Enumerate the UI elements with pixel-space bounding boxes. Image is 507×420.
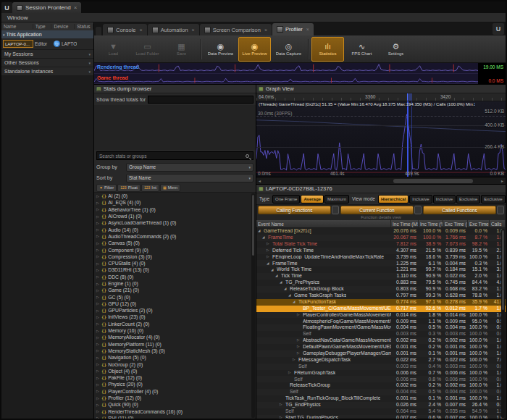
stat-group-gpu-12-0[interactable]: ▷{}GPU (12) (0): [94, 301, 256, 307]
collapsed-arrow-icon[interactable]: ▷: [96, 362, 100, 366]
tab-console[interactable]: Console×: [103, 24, 147, 35]
collapsed-arrow-icon[interactable]: ▷: [297, 345, 301, 349]
rendering-thread-graph[interactable]: Rendering thread: [94, 63, 506, 74]
collapsed-arrow-icon[interactable]: ▷: [96, 301, 100, 306]
tab-automation[interactable]: Automation×: [148, 24, 199, 35]
expanded-arrow-icon[interactable]: ◢: [262, 236, 267, 240]
collapsed-arrow-icon[interactable]: ▷: [96, 234, 100, 238]
profiler-row-game-taskgraph-tasks[interactable]: ◢Game TaskGraph Tasks0.797 ms99.3 %0.628…: [256, 293, 506, 299]
column-event-name[interactable]: Event Name: [256, 220, 391, 227]
load-button[interactable]: ▼Load: [97, 37, 130, 62]
data-capture-button[interactable]: ◎Data Capture: [272, 37, 305, 62]
titlebar[interactable]: U Session Frontend ×: [1, 1, 506, 13]
collapsed-arrow-icon[interactable]: ▷: [280, 403, 284, 407]
expanded-arrow-icon[interactable]: ◢: [267, 262, 271, 266]
filter-int-button[interactable]: 123Int: [141, 184, 159, 192]
profiler-row-abstractnavdata-game-massmovemen[interactable]: ▷AbstractNavData/Game/MassMovement/UEDPI…: [256, 337, 506, 344]
collapsed-arrow-icon[interactable]: ▷: [96, 335, 100, 340]
session-name-badge[interactable]: LAPTOP-0...: [3, 40, 33, 48]
close-tab-icon[interactable]: ×: [140, 28, 143, 33]
current-function-pin-button[interactable]: [414, 206, 422, 214]
profiler-row-deferred-tick-time[interactable]: ▷Deferred Tick Time4.307 ms21.5 %0.839 m…: [256, 248, 506, 254]
collapsed-arrow-icon[interactable]: ▷: [96, 295, 100, 299]
stat-group-renderthreadcommands-16-0[interactable]: ▷{}RenderThreadCommands (16) (0): [94, 408, 256, 415]
collapsed-arrow-icon[interactable]: ▷: [96, 342, 100, 346]
session-col-device[interactable]: Device: [51, 24, 75, 29]
tab-profiler[interactable]: Profiler×: [272, 23, 314, 35]
stat-tree-scrollbar[interactable]: [251, 193, 255, 418]
expanded-arrow-icon[interactable]: ◢: [271, 269, 275, 272]
type-one-frame-button[interactable]: One Frame: [272, 195, 300, 203]
profiler-row-self[interactable]: Self0.064 ms5.4 %0.035 ms54.9 %1.5: [256, 408, 506, 415]
stat-group-audio-14-0[interactable]: ▷{}Audio (14) (0): [94, 226, 256, 232]
stat-group-d3d11rhi-13-0[interactable]: ▷{}D3D11RHI (13) (0): [94, 266, 256, 273]
expanded-arrow-icon[interactable]: ◢: [280, 281, 284, 285]
thread-totals-input[interactable]: [148, 96, 254, 104]
window-tab-session-frontend[interactable]: Session Frontend ×: [12, 2, 81, 13]
stat-group-canvas-5-0[interactable]: ▷{}Canvas (5) (0): [94, 240, 256, 246]
type-average-button[interactable]: Average: [301, 195, 323, 203]
session-col-name[interactable]: Name: [1, 24, 33, 29]
stat-group-initviews-23-0[interactable]: ▷{}InitViews (23) (0): [94, 314, 256, 320]
profiler-row-fengineloop-updatetimeandhandlem[interactable]: ▷FEngineLoop_UpdateTimeAndHandleMaxTickR…: [256, 254, 506, 261]
session-this-application[interactable]: ▾ This Application: [1, 30, 93, 38]
stat-group-cpustalls-4-0[interactable]: ▷{}CPUStalls (4) (0): [94, 260, 256, 266]
data-preview-button[interactable]: ◉Data Preview: [204, 37, 237, 62]
expanded-arrow-icon[interactable]: ◢: [293, 301, 297, 304]
profiler-row-self[interactable]: Self0.004 ms0.5 %0.004 ms100.0 %0.0: [256, 389, 506, 395]
collapsed-arrow-icon[interactable]: ▷: [280, 416, 284, 419]
stat-group-ai-eqs-4-0[interactable]: ▷{}AI_EQS (4) (0): [94, 199, 256, 206]
collapsed-arrow-icon[interactable]: ▷: [297, 314, 301, 317]
stat-group-memoryplatform-11-0[interactable]: ▷{}MemoryPlatform (11) (0): [94, 341, 256, 348]
stat-group-navigation-5-0[interactable]: ▷{}Navigation (5) (0): [94, 354, 256, 361]
scrollbar-thumb[interactable]: [502, 230, 504, 310]
graph-cursor-line[interactable]: [407, 101, 408, 177]
stat-group-component-9-0[interactable]: ▷{}Component (9) (0): [94, 246, 256, 253]
collapsed-arrow-icon[interactable]: ▷: [96, 282, 100, 286]
column-inc-time-ms[interactable]: Inc Time (MS: [391, 220, 419, 227]
session-group-my-sessions[interactable]: My Sessions▾: [1, 50, 93, 59]
stat-group-memory-16-0[interactable]: ▷{}Memory (16) (0): [94, 327, 256, 334]
profiler-row-frametime[interactable]: ◢FrameTime20.067 ms100.0 %1.766 ms8.7 %1…: [256, 235, 506, 241]
stat-group-gc-5-0[interactable]: ▷{}GC (5) (0): [94, 293, 256, 300]
game-thread-graph[interactable]: Game thread: [94, 74, 506, 85]
collapsed-arrow-icon[interactable]: ▷: [96, 207, 100, 211]
graph-horizontal-scrollbar[interactable]: ◂ ▸: [256, 177, 506, 184]
view-exclusive-button[interactable]: Exclusive: [481, 195, 505, 203]
collapsed-arrow-icon[interactable]: ▷: [267, 256, 271, 259]
collapsed-arrow-icon[interactable]: ▷: [96, 248, 100, 252]
stat-group-object-4-0[interactable]: ▷{}Object (4) (0): [94, 368, 256, 374]
collapsed-arrow-icon[interactable]: ▷: [96, 308, 100, 313]
close-tab-icon[interactable]: ×: [306, 27, 309, 32]
scrollbar-thumb[interactable]: [393, 179, 473, 183]
calling-functions-header[interactable]: Calling Functions: [258, 206, 331, 214]
stat-group-gpuparticles-2-0[interactable]: ▷{}GPUParticles (2) (0): [94, 307, 256, 314]
collapsed-arrow-icon[interactable]: ▷: [96, 268, 100, 272]
profiler-row-playercontroller-game-massmoveme[interactable]: ▷PlayerController/Game/MassMovement/UEDP…: [256, 312, 506, 319]
search-input[interactable]: Search stats or groups: [96, 151, 254, 160]
profiler-row-self[interactable]: Self0.003 ms0.3 %0.003 ms100.0 %0.0: [256, 331, 506, 337]
stat-group-audiothreadcommands-2-0[interactable]: ▷{}AudioThreadCommands (2) (0): [94, 233, 256, 240]
settings-button[interactable]: ⚙Settings: [380, 37, 412, 62]
session-group-other-sessions[interactable]: Other Sessions▾: [1, 59, 93, 67]
filter-float-button[interactable]: 123Float: [117, 184, 141, 192]
view-exclusive-button[interactable]: Exclusive: [456, 195, 480, 203]
session-group-standalone-instances[interactable]: Standalone Instances▾: [1, 67, 93, 76]
collapsed-arrow-icon[interactable]: ▷: [297, 352, 301, 356]
profiler-row-atmosphericfog-game-massmovement[interactable]: AtmosphericFog/Game/MassMovement/UEDPIE_…: [256, 318, 506, 324]
profiler-row-fmessagedispatchtask[interactable]: ▷FMessageDispatchTask0.022 ms2.7 %0.022 …: [256, 357, 506, 364]
profiler-row-frametime[interactable]: ◢FrameTime1.225 ms6.1 %0.004 ms0.3 %1.0: [256, 260, 506, 266]
collapsed-arrow-icon[interactable]: ▷: [96, 274, 100, 279]
profiler-row-tickfunctiontask[interactable]: ◢TickFunctionTask0.774 ms97.1 %0.278 ms3…: [256, 299, 506, 306]
profiler-row-releasetickgroup-block[interactable]: ◢ReleaseTickGroup Block0.803 ms90.9 %0.6…: [256, 286, 506, 293]
tab-well-stub[interactable]: [96, 27, 101, 35]
load-folder-button[interactable]: ▭Load Folder: [131, 37, 164, 62]
session-col-status[interactable]: Status: [75, 24, 93, 29]
profiler-row-total-slate-tick-time[interactable]: ▷Total Slate Tick Time7.812 ms38.9 %7.67…: [256, 241, 506, 248]
expanded-arrow-icon[interactable]: ◢: [275, 274, 280, 278]
group-by-dropdown[interactable]: Group Name ▾: [126, 163, 254, 172]
scroll-left-icon[interactable]: ◂: [256, 178, 263, 183]
view-inclusive-button[interactable]: Inclusive: [433, 195, 456, 203]
collapsed-arrow-icon[interactable]: ▷: [293, 358, 297, 362]
collapsed-arrow-icon[interactable]: ▷: [96, 194, 100, 198]
